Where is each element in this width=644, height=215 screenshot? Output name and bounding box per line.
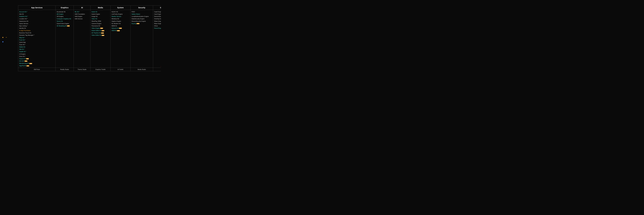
kit-item: UI Engine (19, 53, 54, 55)
kit-item: Safety Detect (132, 13, 152, 15)
new-mark: new (26, 58, 29, 59)
kit-item: Map Kit * (19, 37, 54, 39)
kit-item: OneHop Engine (154, 18, 161, 20)
new-badge (6, 37, 7, 38)
kit-item: AV Pipeline Kitnew (92, 32, 109, 34)
new-mark: new (67, 25, 70, 27)
page-wrapper: ■ ■ App ServicesGraphicsAIMediaSystemSec… (0, 0, 161, 73)
kit-item: Analytics Kit * (19, 15, 54, 18)
new-mark: new (29, 63, 32, 64)
kit-item: Computer Graphics Kit (57, 18, 72, 20)
col-header-security: Security (130, 6, 153, 10)
col-header-ai: AI (74, 6, 90, 10)
kit-item: GameTurbo Engine (57, 22, 72, 25)
kit-item: DeviceSecurity Engine (132, 20, 152, 22)
kit-item: Location Kit * (19, 18, 54, 20)
orange-symbol: ■ (2, 36, 3, 38)
col-body-ai: ML Kit *HiAI FoundationHiAI EngineHiAI S… (74, 10, 90, 68)
new-mark: new (100, 28, 103, 29)
kit-item: Wallet Kit (19, 46, 54, 48)
kit-item: Nearby Service (112, 15, 129, 18)
new-mark: new (102, 35, 104, 36)
kit-item: AR Engine (57, 13, 72, 15)
kit-item: Panorama Kit (92, 25, 109, 27)
kit-item: Dynamic Tag Manager * (19, 34, 54, 36)
kit-item: hQUIC Kit (112, 11, 129, 13)
kit-item: Membership Kitnew (19, 62, 54, 65)
kit-item: DCI Kit*new (19, 60, 54, 62)
kit-item: HiAI Service (75, 18, 89, 20)
kit-item: Audio Engine (92, 13, 109, 15)
new-mark: new (102, 30, 104, 31)
kit-item: DeviceVirtualization Engine (154, 15, 161, 18)
col-body-graphics: Accelerate KitAR EngineVR EngineComputer… (56, 10, 74, 68)
col-body-media: Audio KitAudio EngineImage KitVideo KitW… (90, 10, 110, 68)
kit-item: Video Editor Kitnew (92, 34, 109, 36)
kit-item: Video Enginenew (92, 27, 109, 29)
kit-item: Health Kit * (19, 50, 54, 53)
kit-item: VR Engine (57, 15, 72, 18)
new-mark: new (117, 30, 120, 31)
kit-item: Audio Kit (92, 11, 109, 13)
col-body-security: FIDOSafety DetectLocalAuthentication Eng… (130, 10, 153, 68)
footer-col-2: Theme Studio (74, 68, 90, 71)
kit-item: HiCar (154, 25, 161, 27)
kit-item: Awareness Kit (19, 20, 54, 22)
kit-item: Search Kitnew (19, 58, 54, 60)
legend-blue: ■ (2, 41, 16, 43)
footer-col-3: Graphics Toolkit (90, 68, 110, 71)
kit-item: Drive Kit * (19, 55, 54, 58)
kit-item: Keyringnew (132, 22, 152, 25)
new-mark: new (119, 28, 122, 29)
kit-item: MDM Kit (112, 25, 129, 27)
col-header-media: Media (90, 6, 110, 10)
kit-item: LinkTurbo Engine (112, 13, 129, 15)
col-body-smart_device: CaaS EngineCast EngineDeviceVirtualizati… (153, 10, 161, 68)
new-mark: new (26, 65, 29, 66)
main-layout: ■ ■ App ServicesGraphicsAIMediaSystemSec… (0, 6, 161, 71)
new-mark: new (101, 33, 104, 34)
kit-item: WisePlay DRM (92, 20, 109, 22)
kit-item: Identity Kit (19, 27, 54, 29)
grid-body-row: Account Kit *Ads KitAnalytics Kit *Locat… (18, 10, 161, 68)
app-services-subcol2: Map Kit *Push Kit *Quick AppScan Kit *Wa… (19, 37, 54, 67)
kit-item: Image Kit (92, 15, 109, 18)
kit-item: HiAI Foundation (75, 13, 89, 15)
kit-item: Business Touch Kit (19, 32, 54, 34)
kit-item: Scan Kit * (19, 44, 54, 46)
kit-item: Wireless Kit (112, 18, 129, 20)
grid-header-row: App ServicesGraphicsAIMediaSystemSecurit… (18, 6, 161, 10)
kit-item: Share Engine (154, 20, 161, 22)
kit-item: Push Kit * (19, 39, 54, 41)
kit-item: Haptics Engine (112, 20, 129, 22)
kit-item: SignPal Kitnew (19, 65, 54, 67)
kit-item: 5G Modem Kit (112, 22, 129, 25)
kit-item: Account Kit * (19, 11, 54, 13)
grid-footer-row: IDE/ToolsReality StudioTheme StudioGraph… (18, 68, 161, 71)
col-body-app_services: Account Kit *Ads KitAnalytics Kit *Locat… (18, 10, 56, 68)
footer-col-last (153, 68, 161, 71)
kit-item: ML Kit * (75, 11, 89, 13)
kit-item: Game Service (19, 22, 54, 25)
page-title (0, 1, 161, 6)
main-grid: App ServicesGraphicsAIMediaSystemSecurit… (18, 6, 161, 71)
kit-item: Video Kit (92, 18, 109, 20)
kit-item: CaaS Engine (154, 11, 161, 13)
blue-symbol: ■ (2, 41, 3, 43)
kit-item: Cast Engine (154, 13, 161, 15)
col-header-app_services: App Services (18, 6, 56, 10)
kit-item: 3D Modeling Kitnew (57, 25, 72, 27)
kit-item: Ads Kit (19, 13, 54, 15)
col-header-system: System (110, 6, 130, 10)
app-services-subcol1: Account Kit *Ads KitAnalytics Kit *Locat… (19, 11, 54, 37)
kit-item: In-App Purchases (19, 29, 54, 32)
col-header-graphics: Graphics (56, 6, 74, 10)
kit-item: FIDO (132, 11, 152, 13)
kit-item: Audio Editor Kitnew (92, 29, 109, 32)
footer-col-1: Reality Studio (56, 68, 74, 71)
kit-item: Pencil Enginenew (154, 27, 161, 29)
kit-item: Site Kit * (19, 48, 54, 50)
kit-item: Wear Engine (154, 22, 161, 25)
footer-col-0: IDE/Tools (18, 68, 56, 71)
kit-item: Camera Engine (92, 22, 109, 25)
